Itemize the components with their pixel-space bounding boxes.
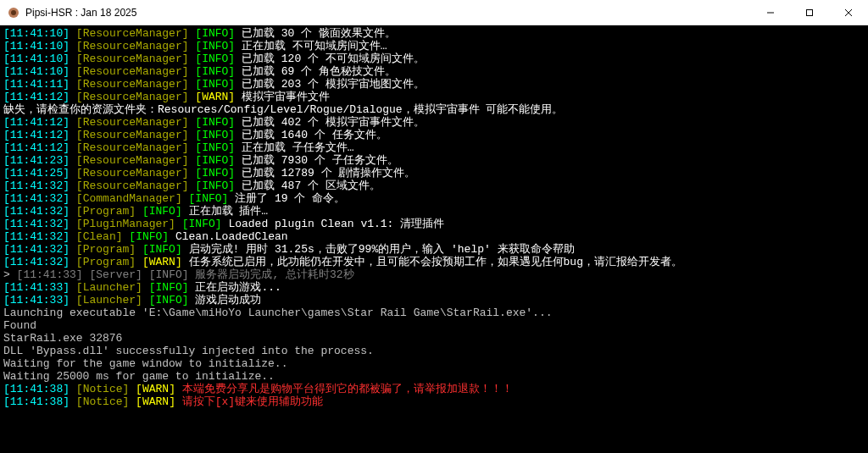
log-source: ResourceManager [83, 167, 182, 180]
log-level: INFO [202, 167, 228, 180]
log-level: INFO [202, 65, 228, 78]
log-source: Notice [83, 395, 123, 408]
log-source: ResourceManager [83, 129, 182, 141]
log-timestamp: 11:41:33 [23, 268, 75, 281]
log-source: Program [83, 243, 130, 256]
log-message: 已加载 1640 个 任务文件。 [242, 129, 387, 141]
log-message: Clean.LoadedClean [175, 230, 288, 243]
log-timestamp: 11:41:10 [10, 65, 63, 78]
prompt: > [3, 268, 17, 281]
log-timestamp: 11:41:32 [10, 205, 63, 218]
log-timestamp: 11:41:32 [10, 256, 63, 268]
log-message: 正在启动游戏... [195, 281, 281, 294]
log-line: [11:41:38] [Notice] [WARN] 请按下[x]键来使用辅助功… [3, 395, 865, 408]
log-source: Clean [83, 230, 116, 243]
maximize-button[interactable] [790, 0, 829, 25]
log-timestamp: 11:41:11 [10, 78, 63, 91]
log-message: Loaded plugin Clean v1.1: 清理插件 [228, 218, 444, 230]
log-line: Waiting 25000 ms for game to initialize.… [3, 370, 865, 383]
log-message: 正在加载 子任务文件… [242, 141, 354, 154]
log-source: Launcher [83, 294, 136, 307]
log-line: [11:41:12] [ResourceManager] [INFO] 正在加载… [3, 141, 865, 154]
log-message: 已加载 12789 个 剧情操作文件。 [242, 167, 415, 180]
log-level: WARN [202, 91, 228, 103]
log-source: ResourceManager [83, 180, 182, 192]
log-line: [11:41:10] [ResourceManager] [INFO] 已加载 … [3, 65, 865, 78]
log-message: Found [3, 319, 36, 332]
log-level: INFO [202, 78, 228, 91]
log-line: [11:41:23] [ResourceManager] [INFO] 已加载 … [3, 154, 865, 167]
log-line: [11:41:32] [Clean] [INFO] Clean.LoadedCl… [3, 230, 865, 243]
log-timestamp: 11:41:12 [10, 116, 63, 129]
log-level: WARN [142, 395, 169, 408]
log-message: 已加载 487 个 区域文件。 [242, 180, 381, 192]
log-message: 启动完成! 用时 31.25s，击败了99%的用户，输入 'help' 来获取命… [189, 243, 575, 256]
log-level: INFO [202, 40, 228, 52]
log-level: INFO [202, 116, 228, 129]
log-line: DLL 'Bypass.dll' successfully injected i… [3, 345, 865, 357]
log-source: Server [96, 268, 136, 281]
minimize-button[interactable] [751, 0, 790, 25]
log-level: INFO [202, 141, 228, 154]
log-timestamp: 11:41:32 [10, 180, 63, 192]
log-message: Launching executable 'E:\Game\miHoYo Lau… [3, 307, 553, 319]
log-line: [11:41:32] [Program] [INFO] 正在加载 插件… [3, 205, 865, 218]
log-source: ResourceManager [83, 141, 182, 154]
log-source: Launcher [83, 281, 136, 294]
log-line: [11:41:32] [CommandManager] [INFO] 注册了 1… [3, 192, 865, 205]
log-message: 已加载 203 个 模拟宇宙地图文件。 [242, 78, 425, 91]
minimize-icon [766, 8, 775, 17]
log-source: ResourceManager [83, 116, 182, 129]
log-source: Notice [83, 383, 123, 395]
log-line: [11:41:12] [ResourceManager] [INFO] 已加载 … [3, 129, 865, 141]
log-source: ResourceManager [83, 27, 182, 40]
log-message: 已加载 402 个 模拟宇宙事件文件。 [242, 116, 425, 129]
svg-point-1 [11, 10, 16, 15]
log-source: ResourceManager [83, 65, 182, 78]
log-line: StarRail.exe 32876 [3, 332, 865, 345]
log-message: Waiting 25000 ms for game to initialize.… [3, 370, 275, 383]
log-timestamp: 11:41:25 [10, 167, 63, 180]
log-timestamp: 11:41:10 [10, 27, 63, 40]
log-source: Program [83, 205, 130, 218]
maximize-icon [805, 8, 814, 17]
log-timestamp: 11:41:32 [10, 243, 63, 256]
log-source: ResourceManager [83, 91, 182, 103]
log-timestamp: 11:41:23 [10, 154, 63, 167]
log-message: 请按下[x]键来使用辅助功能 [182, 395, 323, 408]
log-message: 正在加载 插件… [189, 205, 269, 218]
log-message: 服务器启动完成, 总计耗时32秒 [195, 268, 353, 281]
log-line: [11:41:11] [ResourceManager] [INFO] 已加载 … [3, 78, 865, 91]
log-line: [11:41:10] [ResourceManager] [INFO] 已加载 … [3, 52, 865, 65]
log-level: INFO [156, 268, 182, 281]
log-line: 缺失，请检查你的资源文件夹：Resources/Config/Level/Rog… [3, 103, 865, 116]
log-timestamp: 11:41:32 [10, 192, 63, 205]
log-message: 本端免费分享凡是购物平台得到它的都被骗了，请举报加退款！！！ [182, 383, 513, 395]
log-level: INFO [149, 205, 175, 218]
log-source: ResourceManager [83, 52, 182, 65]
close-button[interactable] [829, 0, 868, 25]
window-title: Pipsi-HSR : Jan 18 2025 [25, 7, 751, 19]
log-line: [11:41:32] [PluginManager] [INFO] Loaded… [3, 218, 865, 230]
log-line: [11:41:32] [ResourceManager] [INFO] 已加载 … [3, 180, 865, 192]
log-level: INFO [202, 180, 228, 192]
log-level: WARN [142, 383, 169, 395]
log-line: [11:41:12] [ResourceManager] [INFO] 已加载 … [3, 116, 865, 129]
log-source: PluginManager [83, 218, 169, 230]
log-level: INFO [195, 192, 221, 205]
log-line: > [11:41:33] [Server] [INFO] 服务器启动完成, 总计… [3, 268, 865, 281]
log-line: [11:41:32] [Program] [INFO] 启动完成! 用时 31.… [3, 243, 865, 256]
log-message: 已加载 7930 个 子任务文件。 [242, 154, 398, 167]
log-message: 已加载 69 个 角色秘技文件。 [242, 65, 396, 78]
log-line: [11:41:25] [ResourceManager] [INFO] 已加载 … [3, 167, 865, 180]
log-message: 正在加载 不可知域房间文件… [242, 40, 387, 52]
log-level: INFO [202, 154, 228, 167]
log-line: [11:41:10] [ResourceManager] [INFO] 已加载 … [3, 27, 865, 40]
log-timestamp: 11:41:10 [10, 52, 63, 65]
log-level: INFO [136, 230, 162, 243]
log-timestamp: 11:41:32 [10, 218, 63, 230]
log-timestamp: 11:41:12 [10, 91, 63, 103]
log-source: ResourceManager [83, 40, 182, 52]
log-line: [11:41:10] [ResourceManager] [INFO] 正在加载… [3, 40, 865, 52]
log-line: Launching executable 'E:\Game\miHoYo Lau… [3, 307, 865, 319]
